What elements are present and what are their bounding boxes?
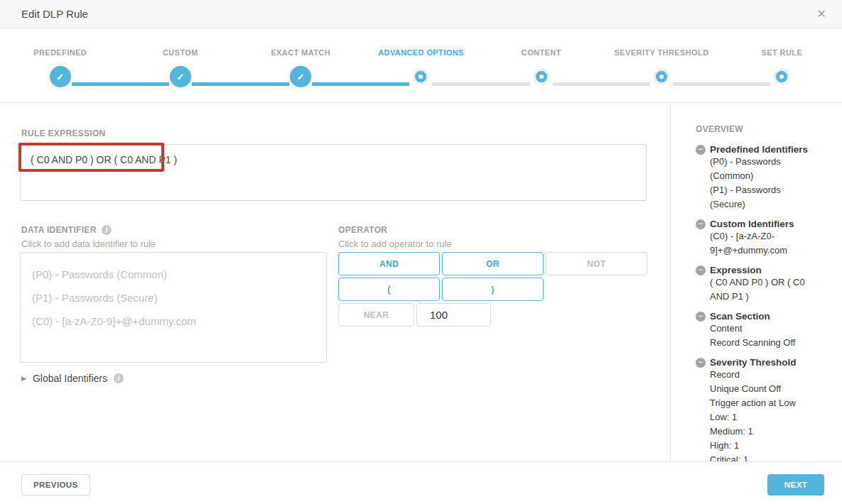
step-label: PREDEFINED xyxy=(33,48,87,58)
modal-title: Edit DLP Rule xyxy=(21,0,88,28)
rule-expression-label: RULE EXPRESSION xyxy=(21,128,106,138)
collapse-icon[interactable]: − xyxy=(696,145,706,155)
step-exact-match: EXACT MATCH ✓ xyxy=(241,48,361,102)
modal-header: Edit DLP Rule ✕ xyxy=(0,0,842,28)
overview-line: Trigger action at Low xyxy=(710,396,816,410)
data-identifier-label: DATA IDENTIFIER xyxy=(21,225,97,235)
wizard-stepper: PREDEFINED ✓ CUSTOM ✓ EXACT MATCH ✓ ADVA… xyxy=(0,28,842,103)
overview-panel: OVERVIEW − Predefined Identifiers (P0) -… xyxy=(670,103,842,461)
collapse-icon[interactable]: − xyxy=(696,358,706,368)
data-identifier-header: DATA IDENTIFIER i xyxy=(21,225,112,235)
step-label: SET RULE xyxy=(762,48,803,58)
operator-label: OPERATOR xyxy=(338,225,387,235)
and-operator-button[interactable]: AND xyxy=(338,252,440,275)
data-identifier-list: (P0) - Passwords (Common) (P1) - Passwor… xyxy=(20,252,327,363)
overview-section-custom-identifiers: − Custom Identifiers (C0) - [a-zA-Z0-9]+… xyxy=(696,219,828,258)
rule-expression-box[interactable]: ( C0 AND P0 ) OR ( C0 AND P1 ) xyxy=(20,144,647,201)
step-circle[interactable] xyxy=(770,65,793,88)
collapse-icon[interactable]: − xyxy=(696,312,706,322)
check-icon: ✓ xyxy=(50,66,71,87)
step-label: CONTENT xyxy=(522,48,561,58)
advanced-options-panel: RULE EXPRESSION ( C0 AND P0 ) OR ( C0 AN… xyxy=(0,103,670,461)
overview-line: Record Scanning Off xyxy=(710,336,816,350)
info-icon[interactable]: i xyxy=(114,373,124,383)
step-predefined: PREDEFINED ✓ xyxy=(0,48,120,102)
collapse-icon[interactable]: − xyxy=(696,219,706,229)
not-operator-button[interactable]: NOT xyxy=(546,252,647,275)
data-identifier-hint: Click to add data identifier to rule xyxy=(21,239,156,249)
global-identifiers-toggle[interactable]: ▶ Global Identifiers i xyxy=(21,373,124,384)
previous-button[interactable]: PREVIOUS xyxy=(21,474,90,495)
overview-line: ( C0 AND P0 ) OR ( C0 AND P1 ) xyxy=(710,275,816,304)
step-open-circle xyxy=(415,71,426,82)
step-label: ADVANCED OPTIONS xyxy=(378,48,463,58)
open-paren-button[interactable]: ( xyxy=(338,278,440,301)
overview-title: OVERVIEW xyxy=(696,124,828,134)
next-button[interactable]: NEXT xyxy=(767,474,824,495)
step-circle[interactable] xyxy=(650,65,673,88)
data-identifier-item[interactable]: (P0) - Passwords (Common) xyxy=(32,263,315,286)
overview-line: Record xyxy=(710,368,816,382)
operator-buttons: AND OR NOT ( ) NEAR xyxy=(338,252,647,329)
caret-right-icon: ▶ xyxy=(21,375,26,382)
near-operator-button[interactable]: NEAR xyxy=(338,303,414,327)
overview-section-severity-threshold: − Severity Threshold Record Unique Count… xyxy=(696,357,828,461)
data-identifier-item[interactable]: (P1) - Passwords (Secure) xyxy=(32,286,315,309)
overview-section-heading: Custom Identifiers xyxy=(710,219,794,229)
overview-line: Low: 1 xyxy=(710,410,816,424)
overview-section-scan-section: − Scan Section Content Record Scanning O… xyxy=(696,311,828,350)
step-circle[interactable]: ✓ xyxy=(169,65,192,88)
step-open-circle xyxy=(536,71,547,82)
overview-section-heading: Scan Section xyxy=(710,311,770,322)
overview-line: (C0) - [a-zA-Z0-9]+@+dummy.com xyxy=(710,229,816,258)
step-content: CONTENT xyxy=(481,48,601,102)
or-operator-button[interactable]: OR xyxy=(442,252,544,275)
overview-section-predefined-identifiers: − Predefined Identifiers (P0) - Password… xyxy=(696,144,828,212)
step-circle[interactable] xyxy=(409,65,432,88)
overview-line: Medium: 1 xyxy=(710,424,816,439)
rule-expression-value: ( C0 AND P0 ) OR ( C0 AND P1 ) xyxy=(31,154,177,165)
operator-hint: Click to add operator to rule xyxy=(338,239,452,249)
overview-line: Unique Count Off xyxy=(710,382,816,396)
close-icon[interactable]: ✕ xyxy=(814,0,829,28)
step-advanced-options: ADVANCED OPTIONS xyxy=(361,48,481,102)
overview-section-heading: Expression xyxy=(710,265,762,275)
close-paren-button[interactable]: ) xyxy=(442,278,544,301)
step-open-circle xyxy=(776,71,787,82)
info-icon[interactable]: i xyxy=(102,225,112,235)
collapse-icon[interactable]: − xyxy=(696,265,706,275)
check-icon: ✓ xyxy=(170,66,191,87)
step-circle[interactable] xyxy=(530,65,553,88)
overview-line: Content xyxy=(710,322,816,336)
overview-line: (P1) - Passwords (Secure) xyxy=(710,183,816,212)
overview-section-expression: − Expression ( C0 AND P0 ) OR ( C0 AND P… xyxy=(696,265,828,304)
overview-section-heading: Severity Threshold xyxy=(710,357,797,368)
step-open-circle xyxy=(656,71,667,82)
check-icon: ✓ xyxy=(290,66,311,87)
step-label: SEVERITY THRESHOLD xyxy=(615,48,709,58)
step-severity-threshold: SEVERITY THRESHOLD xyxy=(601,48,721,102)
modal-footer: PREVIOUS NEXT xyxy=(0,461,842,504)
overview-section-heading: Predefined Identifiers xyxy=(710,144,808,155)
data-identifier-item[interactable]: (C0) - [a-zA-Z0-9]+@+dummy.com xyxy=(32,309,315,333)
overview-line: Critical: 1 xyxy=(710,453,816,461)
step-set-rule: SET RULE xyxy=(722,48,842,102)
step-label: EXACT MATCH xyxy=(271,48,330,58)
step-circle[interactable]: ✓ xyxy=(289,65,312,88)
global-identifiers-label: Global Identifiers xyxy=(33,373,107,384)
near-distance-input[interactable] xyxy=(416,303,491,327)
step-label: CUSTOM xyxy=(163,48,198,58)
step-custom: CUSTOM ✓ xyxy=(120,48,240,102)
step-circle[interactable]: ✓ xyxy=(49,65,72,88)
overview-line: (P0) - Passwords (Common) xyxy=(710,155,816,183)
overview-line: High: 1 xyxy=(710,439,816,453)
